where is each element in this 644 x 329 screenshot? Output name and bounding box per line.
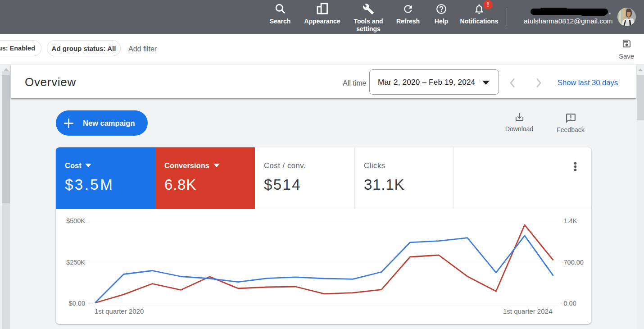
svg-text:$500K: $500K [66, 217, 85, 224]
svg-text:1st quarter 2020: 1st quarter 2020 [95, 307, 144, 315]
svg-text:0.00: 0.00 [564, 300, 576, 307]
svg-text:1st quarter 2024: 1st quarter 2024 [503, 307, 552, 315]
svg-text:$250K: $250K [66, 259, 85, 266]
svg-text:$0.00: $0.00 [69, 300, 85, 307]
svg-text:1.4K: 1.4K [564, 217, 577, 224]
svg-text:700.00: 700.00 [564, 259, 584, 266]
